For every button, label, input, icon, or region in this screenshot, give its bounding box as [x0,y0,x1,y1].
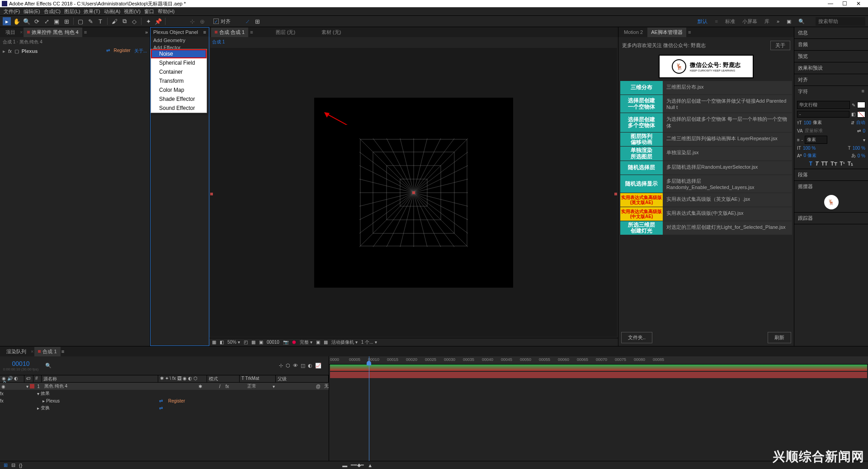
roi-icon[interactable]: ▣ [259,340,263,345]
workspace-standard[interactable]: 标准 [725,18,735,25]
snap-edge-icon[interactable]: ⟋ [243,17,251,25]
tab-project[interactable]: 项目 [2,28,19,37]
effects-group-row[interactable]: fx ▾ 效果 [0,390,329,397]
twirl-icon[interactable]: ▸ [3,48,5,54]
character-panel-header[interactable]: 字符 [798,88,808,95]
italic-button[interactable]: T [815,161,818,167]
effects-presets-header[interactable]: 效果和预设 [798,65,823,71]
fx-toggle-icon[interactable]: fx [0,391,5,396]
toggle-brackets-icon[interactable]: {} [19,463,22,468]
panel-overflow-icon[interactable]: » [145,29,148,35]
effector-shade[interactable]: Shade Effector [151,95,207,104]
eyedropper-icon[interactable]: ✎ [852,103,855,108]
zoom-out-icon[interactable]: ▬ [342,463,347,468]
refresh-button[interactable]: 刷新 [768,332,791,343]
col-source-name[interactable]: 源名称 [42,375,158,382]
reset-icon[interactable]: ⇄ [106,48,110,54]
menu-help[interactable]: 帮助(H) [158,8,175,15]
resolution-icon[interactable]: ◰ [244,340,248,345]
reset-icon[interactable]: ⇄ [159,398,163,403]
clone-tool-icon[interactable]: ⧉ [120,17,128,25]
search-target-icon[interactable]: ▣ [787,19,791,24]
text-tool-icon[interactable]: T [96,17,104,25]
zoom-tool-icon[interactable]: 🔍 [23,17,31,25]
paragraph-panel-header[interactable]: 段落 [798,171,808,178]
panel-menu-icon[interactable]: ≡ [61,349,64,354]
pen-tool-icon[interactable]: ✎ [86,17,94,25]
effector-spherical-field[interactable]: Spherical Field [151,58,207,67]
playhead[interactable] [369,356,369,461]
zoom-in-icon[interactable]: ▲ [368,463,373,468]
script-row[interactable]: 随机选择层多层随机选择层RandomLayerSelector.jsx [620,161,792,175]
transform-group-row[interactable]: ▸ 变换 ⇄ [0,404,329,412]
plexus-effect-row[interactable]: fx ▸ Plexus ⇄ Register [0,397,329,404]
world-axis-icon[interactable]: ⊕ [198,17,206,25]
comp-mini-flowchart-icon[interactable]: ⊹ [279,363,283,369]
script-run-button[interactable]: 实用表达式集高级版(中文版AE) [620,207,663,221]
brush-tool-icon[interactable]: 🖌 [110,17,118,25]
menu-effect[interactable]: 效果(T) [84,8,100,15]
snap-grid-icon[interactable]: ⊞ [253,17,261,25]
tab-timeline-comp[interactable]: 合成 1 [34,347,60,356]
register-link[interactable]: Register [113,48,130,54]
guides-icon[interactable]: ▦ [324,340,328,345]
motion-blur-icon[interactable]: ◐ [308,363,312,369]
font-size-value[interactable]: 100 [804,120,811,125]
work-area-bar[interactable] [330,365,867,371]
workspace-library[interactable]: 库 [764,18,769,25]
workspace-overflow-icon[interactable]: » [777,19,779,24]
script-run-button[interactable]: 所选三维层创建灯光 [620,221,663,235]
align-panel-header[interactable]: 对齐 [798,76,808,83]
label-color[interactable] [30,384,34,388]
font-family-dropdown[interactable]: 华文行楷 [797,101,850,109]
visibility-toggle-icon[interactable]: ▢ [14,48,19,54]
frame-blend-icon[interactable]: ◫ [301,363,305,369]
selection-tool-icon[interactable]: ▸ [3,17,11,25]
local-axis-icon[interactable]: ⊹ [188,17,196,25]
about-button[interactable]: 关于 [770,41,790,50]
parent-pickwhip-icon[interactable]: @ [316,384,321,389]
maximize-button[interactable]: ☐ [842,0,847,7]
timeline-search-input[interactable] [54,362,276,369]
zoom-slider[interactable]: ━━◆━ [351,462,364,468]
twirl-icon[interactable]: ▸ [35,406,41,411]
toggle-modes-icon[interactable]: ⊟ [11,462,15,468]
script-row[interactable]: 选择层创建多个空物体为选择的层创建多个空物体 每一层一个单独的一个空物体 [620,113,792,132]
view-icon[interactable]: ▣ [316,340,320,345]
preview-panel-header[interactable]: 预览 [798,53,808,60]
effector-transform[interactable]: Transform [151,76,207,85]
script-run-button[interactable]: 图层阵列偏移动画 [620,133,663,146]
snapshot-icon[interactable]: 📷 [283,340,288,345]
workspace-small[interactable]: 小屏幕 [742,18,757,25]
draft-3d-icon[interactable]: ⬡ [286,363,290,369]
reset-icon[interactable]: ⇄ [159,406,163,411]
tab-footage[interactable]: 素材 (无) [318,28,344,37]
minimize-button[interactable]: — [828,0,833,7]
about-link[interactable]: 关于... [134,48,147,54]
audio-panel-header[interactable]: 音频 [798,41,808,48]
tab-composition[interactable]: 合成 合成 1 [211,28,248,37]
hand-tool-icon[interactable]: ✋ [13,17,21,25]
menu-animation[interactable]: 动画(A) [104,8,121,15]
puppet-tool-icon[interactable]: 📌 [154,17,162,25]
camera-dropdown[interactable]: 活动摄像机▾ [331,339,358,346]
rectangle-tool-icon[interactable]: ▢ [76,17,85,25]
composition-viewer[interactable] [210,48,617,337]
add-geometry-item[interactable]: Add Geometry [151,37,209,44]
visibility-icon[interactable]: ◉ [0,384,6,389]
snap-checkbox[interactable]: ✓ [213,19,219,24]
info-panel-header[interactable]: 信息 [798,29,808,36]
hscale-value[interactable]: 100 % [853,146,865,151]
twirl-icon[interactable]: ▾ [35,391,41,396]
workspace-default[interactable]: 默认 [698,18,708,25]
tab-layer[interactable]: 图层 (无) [272,28,299,37]
parent-dropdown[interactable]: 无 [321,383,329,389]
wiggler-panel-header[interactable]: 摇摆器 [798,183,813,190]
zoom-dropdown[interactable]: 50%▾ [227,340,240,345]
menu-file[interactable]: 文件(F) [4,8,20,15]
leading-value[interactable]: 自动 [856,119,865,126]
bbox-handle-right[interactable] [614,193,617,195]
menu-window[interactable]: 窗口 [144,8,154,15]
blend-mode[interactable]: 正常 [247,383,273,389]
px-unit-dropdown[interactable]: 像素 [805,136,827,144]
